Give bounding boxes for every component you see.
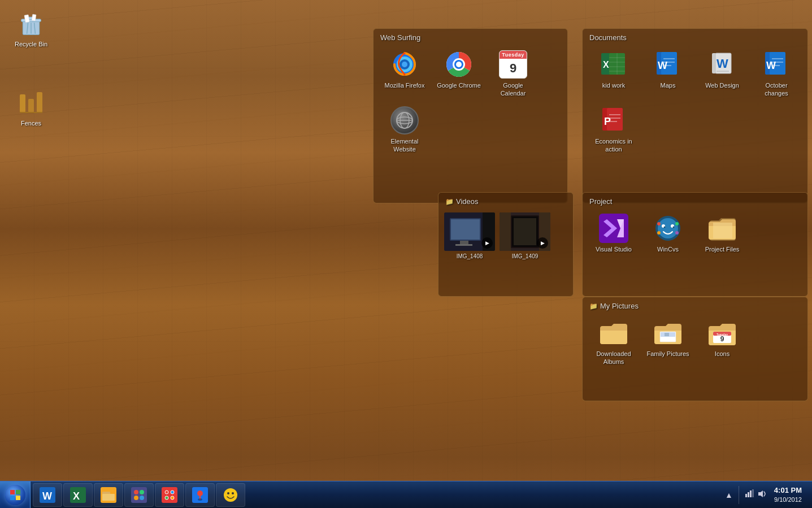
recycle-bin-icon <box>18 11 45 38</box>
svg-rect-68 <box>500 212 511 251</box>
fence-item-web-design[interactable]: W Web Design <box>697 47 748 100</box>
firefox-icon <box>390 50 419 79</box>
svg-point-117 <box>232 492 234 494</box>
svg-point-83 <box>675 231 679 235</box>
taskbar-control-panel[interactable] <box>124 483 154 507</box>
fence-documents-title: Documents <box>583 29 807 44</box>
start-orb <box>5 485 25 505</box>
svg-rect-86 <box>665 333 669 336</box>
elemental-label: Elemental Website <box>381 137 428 154</box>
svg-text:W: W <box>658 60 667 71</box>
svg-rect-91 <box>10 490 15 494</box>
fence-item-family-pictures[interactable]: Family Pictures <box>642 316 693 368</box>
fence-my-pictures-title: 📁My Pictures <box>583 297 807 312</box>
calendar-label: Google Calendar <box>490 81 536 98</box>
svg-point-110 <box>165 496 168 500</box>
svg-rect-121 <box>752 489 754 497</box>
fence-item-img1409[interactable]: ▶ IMG_1409 <box>500 212 550 259</box>
fence-project-title: Project <box>583 193 807 208</box>
svg-point-106 <box>140 496 144 500</box>
svg-point-75 <box>658 218 678 238</box>
fence-item-chrome[interactable]: Google Chrome <box>433 47 484 100</box>
taskbar-excel[interactable]: X <box>63 483 93 507</box>
svg-point-111 <box>171 496 174 500</box>
video-thumb-1408[interactable]: ▶ <box>444 212 495 251</box>
show-hidden-icon[interactable]: ▲ <box>725 490 733 500</box>
svg-text:9: 9 <box>720 335 724 343</box>
fence-item-vs[interactable]: Visual Studio <box>588 211 639 255</box>
wincvs-icon <box>653 214 683 243</box>
taskbar-apps: W X <box>31 481 247 508</box>
fence-item-firefox[interactable]: Mozilla Firefox <box>379 47 430 100</box>
fence-documents: Documents X <box>582 28 808 203</box>
wincvs-label: WinCvs <box>657 245 679 253</box>
svg-point-104 <box>140 490 144 494</box>
web-design-label: Web Design <box>705 81 739 89</box>
svg-point-115 <box>224 488 237 502</box>
svg-rect-94 <box>16 496 20 500</box>
fence-videos-content: ▶ IMG_1408 <box>438 208 573 265</box>
taskbar-maps[interactable] <box>185 483 215 507</box>
taskbar-clock[interactable]: 4:01 PM 9/10/2012 <box>771 485 805 505</box>
taskbar-explorer[interactable] <box>94 483 123 507</box>
svg-point-80 <box>657 222 661 225</box>
fence-project: Project Visual Studio <box>582 192 808 297</box>
vs-icon <box>599 214 628 243</box>
fence-my-pictures-content: Downloaded Albums Family Pi <box>583 312 807 374</box>
taskbar-paint[interactable] <box>155 483 184 507</box>
svg-rect-107 <box>162 487 177 503</box>
taskbar-paint-icon <box>162 487 177 503</box>
fence-item-img1408[interactable]: ▶ IMG_1408 <box>444 212 495 259</box>
fence-item-kid-work[interactable]: X kid work <box>588 47 639 100</box>
play-btn-1409[interactable]: ▶ <box>537 237 548 249</box>
fence-item-elemental[interactable]: Elemental Website <box>379 103 430 156</box>
fence-my-pictures: 📁My Pictures Downloaded Albums <box>582 297 808 401</box>
svg-text:W: W <box>717 57 728 71</box>
calendar-icon: Tuesday 9 <box>498 50 528 79</box>
desktop-icon-fences[interactable]: Fences <box>8 88 54 129</box>
svg-point-81 <box>675 222 679 225</box>
fence-item-october-changes[interactable]: W October changes <box>751 47 802 100</box>
volume-icon[interactable] <box>757 489 766 500</box>
svg-rect-61 <box>455 244 472 246</box>
svg-text:W: W <box>766 60 776 71</box>
fence-videos: 📁Videos <box>438 192 574 297</box>
october-changes-label: October changes <box>753 81 800 98</box>
desktop-icon-recycle-bin[interactable]: Recycle Bin <box>8 8 54 50</box>
fence-item-icons[interactable]: Tuesday 9 Icons <box>697 316 748 368</box>
play-btn-1408[interactable]: ▶ <box>481 237 493 249</box>
project-files-icon <box>707 214 737 243</box>
downloaded-albums-label: Downloaded Albums <box>590 350 637 366</box>
svg-rect-119 <box>748 492 749 497</box>
video-thumb-1409[interactable]: ▶ <box>500 212 550 251</box>
elemental-icon <box>390 106 419 135</box>
fence-item-calendar[interactable]: Tuesday 9 Google Calendar <box>488 47 539 100</box>
clock-date: 9/10/2012 <box>774 496 802 503</box>
ppt-icon: P <box>599 106 628 135</box>
fence-item-economics[interactable]: P Economics in action <box>588 103 639 156</box>
taskbar: W X <box>0 481 812 508</box>
svg-point-105 <box>134 496 138 500</box>
fence-item-project-files[interactable]: Project Files <box>697 211 748 255</box>
taskbar-excel-icon: X <box>70 487 86 503</box>
start-button[interactable] <box>0 481 31 509</box>
taskbar-explorer-icon <box>101 487 116 503</box>
fences-icon <box>18 90 45 117</box>
icons-folder-icon: Tuesday 9 <box>707 318 737 348</box>
vs-label: Visual Studio <box>596 245 632 253</box>
svg-rect-101 <box>102 494 115 501</box>
fence-item-maps[interactable]: W Maps <box>642 47 693 100</box>
fence-web-surfing-content: Mozilla Firefox <box>374 44 567 161</box>
svg-rect-9 <box>28 99 34 112</box>
network-icon[interactable] <box>745 489 754 500</box>
taskbar-smiley[interactable] <box>216 483 245 507</box>
family-pictures-icon <box>653 318 683 348</box>
svg-point-108 <box>165 490 168 494</box>
desktop: Recycle Bin Fences Web Surfing <box>0 0 812 508</box>
taskbar-word[interactable]: W <box>33 483 62 507</box>
chrome-label: Google Chrome <box>437 81 481 89</box>
fence-item-wincvs[interactable]: WinCvs <box>642 211 693 255</box>
svg-text:X: X <box>603 60 609 70</box>
taskbar-right: ▲ 4:01 PM <box>725 481 812 508</box>
fence-item-downloaded-albums[interactable]: Downloaded Albums <box>588 316 639 368</box>
